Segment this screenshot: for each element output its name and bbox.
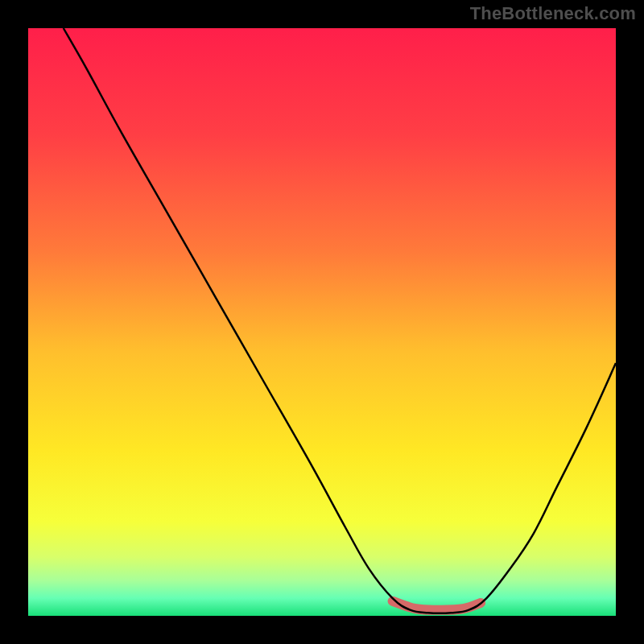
gradient-background [28, 28, 616, 616]
plot-area [28, 28, 616, 616]
chart-svg [28, 28, 616, 616]
watermark-text: TheBottleneck.com [470, 3, 636, 24]
chart-frame: TheBottleneck.com [0, 0, 644, 644]
